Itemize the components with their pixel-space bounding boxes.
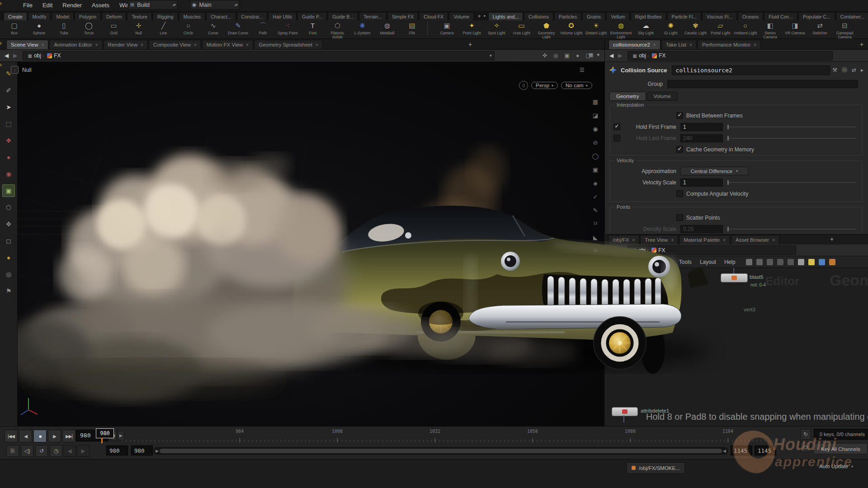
- shelf-tool[interactable]: ▤ File: [400, 20, 425, 38]
- new-tab-button[interactable]: +: [860, 41, 863, 48]
- shelf-tool[interactable]: ▭ Area Light: [509, 20, 534, 38]
- pane-edge-arrow[interactable]: [0, 2, 2, 5]
- param-checkbox[interactable]: ✓: [676, 190, 683, 197]
- node-blast5[interactable]: [721, 273, 748, 282]
- add-shelf-icon[interactable]: +: [477, 13, 481, 19]
- back-arrow-icon[interactable]: ◀: [609, 52, 613, 59]
- path-root[interactable]: obj: [639, 52, 646, 59]
- pane-tab[interactable]: /obj/FX×: [608, 235, 639, 244]
- transport-button[interactable]: ◀: [19, 430, 32, 442]
- shelf-tool[interactable]: ╱ Line: [151, 20, 176, 38]
- section-title[interactable]: Points: [614, 204, 633, 210]
- shelf-tool[interactable]: ✾ Caustic Light: [683, 20, 708, 38]
- transport-button[interactable]: ▶▶|: [62, 430, 75, 442]
- timeline-ruler[interactable]: 984100810321056108011041128 980: [122, 428, 798, 443]
- shelf-tab[interactable]: Oceans: [738, 12, 763, 20]
- viewport-toggle-icon[interactable]: ¹²: [594, 244, 598, 258]
- param-value-field[interactable]: 1: [680, 123, 723, 131]
- playbar-option-button[interactable]: ◁): [21, 445, 33, 457]
- pane-tab[interactable]: Asset Browser×: [731, 235, 779, 244]
- spinner-icon[interactable]: ▴▾: [235, 3, 237, 7]
- shelf-tab[interactable]: Guide B...: [328, 12, 358, 20]
- shelf-tool[interactable]: ◍ Metaball: [375, 20, 400, 38]
- path-field[interactable]: ▦ obj › FX ▾: [23, 51, 495, 61]
- menu-item[interactable]: Assets: [87, 0, 114, 11]
- image-icon[interactable]: [819, 259, 825, 265]
- network-editor[interactable]: Editor Geome st3 blast5 not: 0-4 vert3 a…: [604, 268, 868, 426]
- network-path-button[interactable]: /obj/FX/SMOKE...: [627, 462, 685, 474]
- toolbox-icon[interactable]: ⚑: [2, 285, 15, 297]
- path-node[interactable]: FX: [54, 52, 61, 59]
- shelf-tab[interactable]: Container...: [836, 12, 868, 20]
- pane-tab[interactable]: Take List×: [661, 40, 697, 49]
- path-node[interactable]: FX: [659, 52, 665, 59]
- auto-update-selector[interactable]: Auto Update ▾: [819, 464, 853, 469]
- toolbox-icon[interactable]: ●: [2, 251, 15, 264]
- magnifier-icon[interactable]: ◌: [11, 66, 19, 74]
- viewport-toggle-icon[interactable]: ✓: [593, 190, 598, 203]
- toolbox-icon[interactable]: ◎: [2, 268, 15, 281]
- viewport-toggle-icon[interactable]: ¹²: [594, 217, 598, 230]
- path-root[interactable]: obj: [34, 52, 41, 59]
- wrench-icon[interactable]: [746, 259, 752, 265]
- shelf-tab[interactable]: Polygon: [75, 12, 101, 20]
- range-left-handle[interactable]: ▶: [156, 449, 159, 453]
- toolbox-icon[interactable]: ✥: [2, 218, 15, 230]
- scene-viewport[interactable]: [0, 62, 604, 426]
- shelf-tab[interactable]: Collisions: [524, 12, 553, 20]
- forward-arrow-icon[interactable]: ▶: [618, 52, 622, 59]
- main-selector[interactable]: ◉ Main ▴▾: [190, 0, 240, 9]
- toolbox-icon[interactable]: ●: [2, 151, 15, 164]
- section-title[interactable]: Velocity: [614, 158, 636, 163]
- node-name-field[interactable]: collisionsource2: [672, 66, 830, 75]
- toolbox-icon[interactable]: ➤: [2, 101, 15, 113]
- shelf-tool[interactable]: ⬡ Platonic Solids: [325, 20, 350, 38]
- back-arrow-icon[interactable]: ◀: [609, 247, 613, 253]
- new-tab-button[interactable]: +: [830, 235, 834, 243]
- path-node[interactable]: FX: [658, 247, 665, 253]
- toolbox-icon[interactable]: ⬡: [2, 201, 15, 214]
- playbar-side-button[interactable]: ↻: [800, 429, 811, 440]
- toolbox-icon[interactable]: ❖: [2, 134, 15, 147]
- shelf-tool[interactable]: ⇄ Switcher: [807, 20, 832, 38]
- pane-tab[interactable]: Composite View×: [149, 40, 201, 49]
- shelf-tool[interactable]: ◨ VR Camera: [783, 20, 807, 38]
- cube-icon[interactable]: ▣: [565, 52, 570, 59]
- pane-tab[interactable]: Performance Monitor×: [698, 40, 761, 49]
- shelf-tool[interactable]: ✪ Volume Light: [559, 20, 584, 38]
- shelf-tool[interactable]: ◯ Torus: [76, 20, 101, 38]
- shelf-tool[interactable]: ◍ Environment Light: [609, 20, 633, 38]
- range-right-handle[interactable]: ◀: [723, 449, 726, 453]
- network-menu-item[interactable]: Layout: [696, 259, 720, 265]
- shelf-tool[interactable]: ☀ Distant Light: [584, 20, 609, 38]
- shelf-tab[interactable]: Lights and...: [488, 12, 523, 20]
- param-value-field[interactable]: 1: [680, 178, 723, 187]
- toolbox-icon[interactable]: ◉: [2, 168, 15, 180]
- layers-icon[interactable]: [767, 259, 773, 265]
- pin-icon[interactable]: ✜: [542, 52, 547, 59]
- param-checkbox[interactable]: ✓: [676, 146, 683, 153]
- swatch-icon[interactable]: ▦: [589, 52, 593, 58]
- path-field[interactable]: ▦ obj › FX: [627, 51, 833, 61]
- param-checkbox[interactable]: ✓: [676, 214, 683, 221]
- path-field[interactable]: ▦ obj › FX: [627, 245, 796, 255]
- param-enable-checkbox[interactable]: ✓: [613, 135, 620, 141]
- chevron-down-icon[interactable]: ▾: [490, 53, 492, 58]
- expand-icon[interactable]: ▸: [861, 67, 863, 73]
- pane-tab[interactable]: Material Palette×: [679, 235, 730, 244]
- group-input[interactable]: [667, 80, 858, 88]
- shelf-tool[interactable]: ∿ Curve: [201, 20, 226, 38]
- lock-icon[interactable]: ⬯: [519, 81, 528, 90]
- pane-tab[interactable]: Scene View×: [6, 40, 48, 49]
- viewport-toggle-icon[interactable]: ◯: [592, 149, 599, 163]
- shelf-tool[interactable]: ○ Ambient Light: [733, 20, 758, 38]
- shelf-tab[interactable]: Vellum: [606, 12, 630, 20]
- pane-edge-arrow[interactable]: [0, 42, 2, 45]
- shelf-tool[interactable]: ✦ Point Light: [459, 20, 484, 38]
- toolbox-icon[interactable]: ◻: [2, 235, 15, 247]
- close-icon[interactable]: ×: [632, 238, 635, 243]
- range-slider-bar[interactable]: [160, 449, 722, 453]
- pane-tab[interactable]: Geometry Spreadsheet×: [254, 40, 323, 49]
- close-icon[interactable]: ×: [772, 238, 775, 243]
- close-icon[interactable]: ×: [194, 42, 197, 47]
